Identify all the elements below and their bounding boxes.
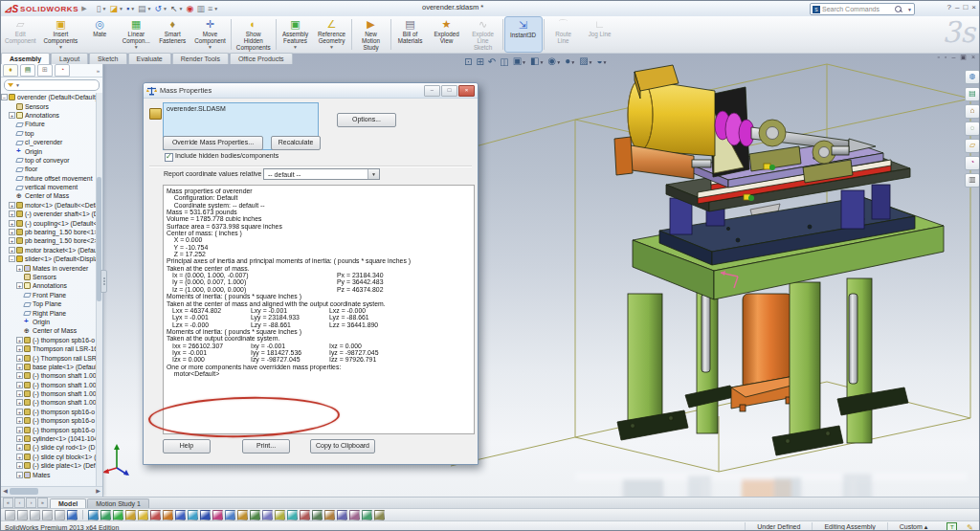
ribbon-button-move[interactable]: ✛Move Component▼ [190,16,230,53]
tree-item-thompson-spb16-o[interactable]: +(-) thompson spb16-o [1,416,97,425]
tree-filter-input[interactable]: ▼ [4,79,100,91]
panel-splitter-grip[interactable] [100,270,107,293]
expand-icon[interactable]: + [9,229,15,235]
expand-icon[interactable]: + [16,390,23,397]
mass-properties-report[interactable]: Mass properties of overender Configurati… [163,185,475,434]
tab-render-tools[interactable]: Render Tools [172,53,229,64]
expand-icon[interactable]: + [16,454,23,460]
propertymanager-tab-icon[interactable]: ▤ [20,64,35,77]
tree-item-pb-bearing-1-50-bore-1[interactable]: +pb bearing_1.50 bore<1> ( [1,228,97,236]
ribbon-button-route[interactable]: ⌒Route Line [546,16,582,53]
tree-item-coupling-1-default[interactable]: +(-) coupling<1> (Default< [1,218,97,227]
expand-icon[interactable]: + [9,202,15,209]
filter-connection-points-icon[interactable] [374,510,385,520]
tree-item-origin[interactable]: +Origin [1,318,97,326]
filter-balloons-icon[interactable] [275,510,285,520]
clear-all-filters-icon[interactable] [17,510,28,520]
help-icon[interactable]: ? [947,3,951,12]
filter-sketch-segments-icon[interactable] [188,510,198,520]
cascade-windows-icon[interactable]: ▫ [945,54,947,61]
menu-flyout-arrow-icon[interactable]: ▶ [81,5,86,12]
expand-icon[interactable]: + [9,112,15,119]
filter-sketch-points-icon[interactable] [175,510,186,520]
expand-icon[interactable]: + [16,472,23,478]
tree-item-slider-1-default-displa[interactable]: −slider<1> (Default<Displa [1,254,97,263]
previous-view-icon[interactable]: ↶ [488,56,496,68]
filter-surface-finish-icon[interactable] [312,510,323,520]
open-document-icon[interactable]: ◪▼ [109,5,122,13]
ribbon-button-edit[interactable]: ▱Edit Component [1,16,40,53]
search-commands-box[interactable]: S Search Commands ▼ [810,3,915,15]
filter-faces-icon[interactable] [113,510,123,520]
copy-to-clipboard-button[interactable]: Copy to Clipboard [310,439,375,454]
filter-routing-points-icon[interactable] [362,510,372,520]
new-document-icon[interactable]: ▯▼ [97,5,107,13]
tree-item-thompson-spb16-o[interactable]: +(-) thompson spb16-o [1,408,97,416]
ribbon-button-exploded[interactable]: ★Exploded View [429,16,465,53]
rebuild-icon[interactable]: ◉ [187,5,194,13]
dialog-close-icon[interactable]: × [458,85,475,97]
expand-icon[interactable]: + [16,444,23,451]
toggle-selection-filters-icon[interactable] [5,510,15,520]
tree-item-thompson-rail-lsr[interactable]: +(-) Thompson rail LSR- [1,353,97,362]
tree-item-floor[interactable]: floor [1,165,97,173]
tree-item-vertical-movement[interactable]: vertical movement [1,183,97,191]
dropdown-arrow-icon[interactable]: ▼ [208,44,212,50]
tree-item-overender-default-default[interactable]: −overender (Default<Default_[ [1,93,97,101]
file-explorer-icon[interactable]: ⌂ [965,104,980,119]
expand-icon[interactable]: + [16,417,23,424]
expand-icon[interactable]: + [16,265,23,272]
collapse-icon[interactable]: − [1,94,8,100]
dropdown-arrow-icon[interactable]: ▼ [329,44,334,50]
power-select-icon[interactable] [55,510,65,520]
tags-icon[interactable]: T [947,522,957,531]
search-icon[interactable]: ◌ [965,122,980,136]
expand-icon[interactable]: + [16,337,23,343]
tree-item-top[interactable]: top [1,129,97,138]
zoom-fit-icon[interactable]: ⊡ [464,56,472,68]
tree-item-pb-bearing-1-50-bore-2[interactable]: +pb bearing_1.50 bore<2> ( [1,236,97,245]
dialog-minimize-icon[interactable]: – [424,85,440,97]
tab-evaluate[interactable]: Evaluate [128,53,171,64]
appearances-scenes-icon[interactable]: ◔ [965,156,980,170]
filter-cosmetic-threads-icon[interactable] [337,510,347,520]
filter-vertices-icon[interactable] [88,510,99,520]
large-assembly-mode-icon[interactable] [67,510,78,520]
scroll-right-arrow-icon[interactable]: ▶ [94,487,102,497]
print-button[interactable]: Print... [242,439,290,454]
override-mass-properties-button[interactable]: Override Mass Properties... [163,136,263,150]
restore-doc-icon[interactable]: ▣ [960,54,967,61]
tree-item-motor-1-default-defa[interactable]: +motor<1> (Default<<Defa [1,201,97,210]
tree-item-thompson-spb16-o[interactable]: +(-) thompson spb16-o [1,336,97,344]
tree-item-center-of-mass[interactable]: ⊕Center of Mass [1,326,97,335]
ribbon-button-insert[interactable]: ▣Insert Components▼ [40,16,82,53]
filter-blocks-icon[interactable] [349,510,360,520]
view-palette-icon[interactable]: ▱ [965,139,980,153]
solidworks-logo[interactable]: ⊿S SOLIDWORKS ▶ [4,4,91,14]
new-window-icon[interactable]: ▫ [937,54,939,61]
filter-center-marks-icon[interactable] [212,510,223,520]
expand-icon[interactable]: + [16,409,23,415]
tree-item-slide-cyl-rod-1-d[interactable]: +(-) slide cyl rod<1> (D [1,443,97,452]
display-style-icon[interactable]: ◧▼ [530,55,544,68]
tree-item-fixture-offset-movement[interactable]: fixture offset movement [1,174,97,183]
expand-icon[interactable]: + [16,372,23,379]
invert-selection-icon[interactable] [42,510,53,520]
expand-icon[interactable]: + [16,462,23,469]
dialog-maximize-icon[interactable]: □ [441,85,457,97]
ribbon-button-linear[interactable]: ▦Linear Compon...▼ [118,16,154,53]
filter-dropdown-arrow-icon[interactable]: ▼ [15,82,20,88]
expand-icon[interactable]: + [16,345,23,352]
include-hidden-checkbox[interactable] [165,153,173,162]
filter-surface-bodies-icon[interactable] [125,510,136,520]
filter-notes-icon[interactable] [262,510,273,520]
options-icon[interactable]: ≡▼ [208,5,218,13]
tab-assembly[interactable]: Assembly [1,53,50,64]
filter-datums-icon[interactable] [287,510,298,520]
ribbon-button-new[interactable]: ▶New Motion Study [353,16,390,53]
dropdown-arrow-icon[interactable]: ▼ [134,44,139,50]
select-all-filters-icon[interactable] [30,510,40,520]
tree-item-motor-bracket-1-defaul[interactable]: +motor bracket<1> (Defaul [1,246,97,254]
tab-scroll-last-icon[interactable]: » [37,498,48,508]
filter-planes-icon[interactable] [163,510,173,520]
